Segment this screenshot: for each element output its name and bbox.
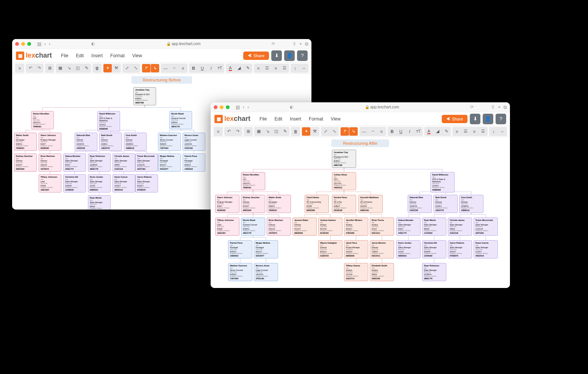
org-node[interactable]: Aaron RobertsTitleSales ManagerStart Dat… bbox=[135, 174, 158, 192]
expand-icon[interactable]: ⤢ bbox=[123, 64, 131, 72]
undo-icon[interactable]: ↶ bbox=[225, 127, 233, 136]
add-tab-icon[interactable]: + bbox=[498, 105, 500, 110]
line-dash-icon[interactable]: ┄ bbox=[369, 127, 377, 136]
logo[interactable]: ▦ lexchart bbox=[214, 115, 250, 123]
org-node[interactable]: Megan MedinaTitleParalegalStart Date9/21… bbox=[158, 153, 181, 172]
forward-icon[interactable]: › bbox=[48, 41, 51, 47]
align-center-icon[interactable]: ☰ bbox=[263, 64, 271, 72]
align-justify-icon[interactable]: ☰ bbox=[479, 127, 487, 136]
org-node[interactable]: Gina SmithTitleDirectorStart Date10/28/1… bbox=[124, 133, 147, 151]
line-weight-icon[interactable]: ≡ bbox=[377, 127, 386, 136]
org-node[interactable]: Jenna MorenoTitleDirectorStart Date7/28/… bbox=[370, 240, 394, 258]
org-node[interactable]: Robert McmillanTitleCIOStart Date10/21/1… bbox=[31, 111, 54, 129]
connector-icon[interactable]: ↘ bbox=[65, 64, 73, 72]
tabs-icon[interactable]: ⧉ bbox=[504, 105, 507, 110]
add-box-icon[interactable]: ▦ bbox=[255, 127, 263, 136]
edit-icon[interactable]: ✎ bbox=[82, 64, 91, 72]
org-node[interactable]: Brian MartinezTitleDirectorStart Date3/2… bbox=[267, 218, 291, 236]
org-node[interactable]: Brian MartinezTitleDirectorStart Date3/2… bbox=[39, 153, 61, 172]
org-node[interactable]: Megan MedinaTitleParalegalStart Date9/21… bbox=[254, 240, 278, 258]
org-node[interactable]: Walter SmithTitleDeveloperStart Date9/28… bbox=[267, 195, 291, 213]
sidebar-toggle-icon[interactable]: ▤ bbox=[235, 105, 241, 110]
org-node[interactable]: Karen GarciaTitleSales ManagerStart Date… bbox=[474, 240, 498, 258]
shield-icon[interactable]: ◐ bbox=[91, 41, 95, 46]
textcolor-icon[interactable]: A bbox=[226, 64, 235, 72]
grid-icon[interactable]: ⊞ bbox=[244, 127, 252, 136]
org-node[interactable]: Ryan MartinTitleSales ManagerStart Date8… bbox=[88, 195, 111, 210]
org-node[interactable]: Rodney SanchezTitleDirectorStart Date6/1… bbox=[14, 153, 37, 172]
menu-insert[interactable]: Insert bbox=[290, 116, 301, 122]
layout-a-icon[interactable]: ↱ bbox=[142, 64, 150, 72]
org-node[interactable]: Patrick PenaTitleParalegalStart Date8/25… bbox=[183, 153, 205, 172]
collapse-icon[interactable]: ⤡ bbox=[131, 64, 140, 72]
maximize-icon[interactable] bbox=[226, 105, 230, 109]
back-icon[interactable]: ‹ bbox=[242, 105, 245, 110]
help-button[interactable]: ? bbox=[496, 114, 506, 124]
fillcolor-icon[interactable]: ◢ bbox=[433, 127, 442, 136]
org-node[interactable]: Elizabeth SmithTitleAnalystStart Date3/8… bbox=[370, 263, 394, 281]
org-node[interactable]: Mathew GuerreroTitleSenior CounselStart … bbox=[158, 133, 181, 151]
org-node[interactable]: David WilkinsonTitleSVP of Sales & Marke… bbox=[430, 172, 455, 192]
bold-icon[interactable]: B bbox=[388, 127, 396, 136]
user-button[interactable]: 👤 bbox=[483, 114, 493, 124]
org-node[interactable]: Christie JamesTitleSales ManagerStart Da… bbox=[113, 153, 135, 172]
org-node[interactable]: Monica JonesTitleLegal CounselStart Date… bbox=[254, 263, 278, 281]
italic-icon[interactable]: I bbox=[207, 64, 215, 72]
org-node[interactable]: Aaron RobertsTitleSales ManagerStart Dat… bbox=[448, 240, 472, 258]
org-node[interactable]: Ashley OlivarTitleCFOStart Date12/17/10E… bbox=[332, 172, 356, 190]
menu-format[interactable]: Format bbox=[110, 53, 125, 58]
org-node[interactable]: Ryan RobinsonTitleSales ManagerStart Dat… bbox=[88, 153, 111, 172]
org-node[interactable]: Tiffany JohnstonTitleLeadStart Date5/3/1… bbox=[39, 174, 61, 192]
minimize-icon[interactable] bbox=[21, 42, 25, 46]
org-node[interactable]: Kendra PerezTitleVP of TaxStart Date4/28… bbox=[332, 195, 356, 213]
tools-icon[interactable]: ⚒ bbox=[112, 64, 120, 72]
org-node[interactable]: Christine HillTitleSales ManagerStart Da… bbox=[63, 174, 86, 192]
org-node[interactable]: Travis MccormickTitleSales ManagerStart … bbox=[135, 153, 158, 172]
sidebar-toggle-icon[interactable]: ▤ bbox=[36, 41, 42, 47]
logo[interactable]: ▦ lexchart bbox=[16, 52, 52, 60]
org-node[interactable]: Jonathan ClayTitlePresident & CEOStart D… bbox=[133, 87, 156, 105]
org-node[interactable]: Sherri JohnsonTitleProgram ManagerStart … bbox=[39, 133, 61, 151]
org-node[interactable]: Joshua HudsonTitleAnalystStart Date9/17/… bbox=[318, 218, 342, 236]
redo-icon[interactable]: ↷ bbox=[233, 127, 242, 136]
org-node[interactable]: Christine HillTitleSales ManagerStart Da… bbox=[422, 240, 446, 258]
share-icon[interactable]: ⇧ bbox=[491, 105, 495, 110]
org-node[interactable]: Mathew GuerreroTitleSenior CounselStart … bbox=[228, 263, 252, 281]
org-node[interactable]: Tiffany SuarezTitleAnalystStart Date11/7… bbox=[344, 263, 368, 281]
download-button[interactable]: ⬇ bbox=[470, 114, 480, 124]
org-node[interactable]: Chad AdamsTitleVP of AccountingStart Dat… bbox=[305, 195, 329, 213]
fontsize-icon[interactable]: ᴛT bbox=[216, 64, 224, 72]
forward-icon[interactable]: › bbox=[247, 105, 250, 110]
collapse-icon[interactable]: ⤡ bbox=[330, 127, 338, 136]
org-node[interactable]: Jessica BakerTitleDirectorStart Date4/11… bbox=[292, 218, 317, 236]
bordercolor-icon[interactable]: ✎ bbox=[442, 127, 450, 136]
align-right-icon[interactable]: ≡ bbox=[470, 127, 479, 136]
shape-icon[interactable]: ◫ bbox=[74, 64, 82, 72]
bordercolor-icon[interactable]: ✎ bbox=[244, 64, 252, 72]
minimize-icon[interactable] bbox=[220, 105, 224, 109]
org-node[interactable]: Beth BoothTitleDirectorStart Date2/18/11… bbox=[433, 195, 458, 213]
maximize-icon[interactable] bbox=[27, 42, 31, 46]
menu-format[interactable]: Format bbox=[309, 116, 323, 122]
org-node[interactable]: Ryan RobinsonTitleSales ManagerStart Dat… bbox=[422, 263, 446, 281]
org-node[interactable]: Nicole WyattTitleGeneral CounselStart Da… bbox=[241, 218, 265, 236]
org-node[interactable]: Brian TorresTitleAnalystStart Date4/1/17… bbox=[370, 218, 394, 236]
align-justify-icon[interactable]: ☰ bbox=[280, 64, 289, 72]
trash-icon[interactable]: 🗑 bbox=[93, 64, 101, 72]
org-node[interactable]: Kevin JordanTitleSales ManagerStart Date… bbox=[396, 240, 421, 258]
line-weight-icon[interactable]: ≡ bbox=[179, 64, 187, 72]
menu-file[interactable]: File bbox=[260, 116, 267, 122]
reload-icon[interactable]: ⟳ bbox=[272, 41, 275, 46]
back-icon[interactable]: ‹ bbox=[44, 41, 47, 47]
org-node[interactable]: Ryan MartinTitleSales ManagerStart Date8… bbox=[422, 218, 446, 236]
org-node[interactable]: Deborah BlairTitleDirectorStart Date12/2… bbox=[408, 195, 432, 213]
menu-edit[interactable]: Edit bbox=[76, 53, 84, 58]
layout-a-icon[interactable]: ↱ bbox=[341, 127, 349, 136]
org-node[interactable]: Sherri JohnsonTitleProgram ManagerStart … bbox=[215, 195, 239, 213]
org-node[interactable]: Travis MccormickTitleSales ManagerStart … bbox=[474, 218, 498, 236]
close-icon[interactable] bbox=[15, 42, 19, 46]
panel-icon[interactable]: ≡ bbox=[214, 127, 222, 136]
org-node[interactable]: Tiffany JohnstonTitleLeadStart Date5/3/1… bbox=[215, 218, 239, 236]
line-solid-icon[interactable]: — bbox=[360, 127, 368, 136]
sort-v-icon[interactable]: ↕ bbox=[489, 127, 498, 136]
